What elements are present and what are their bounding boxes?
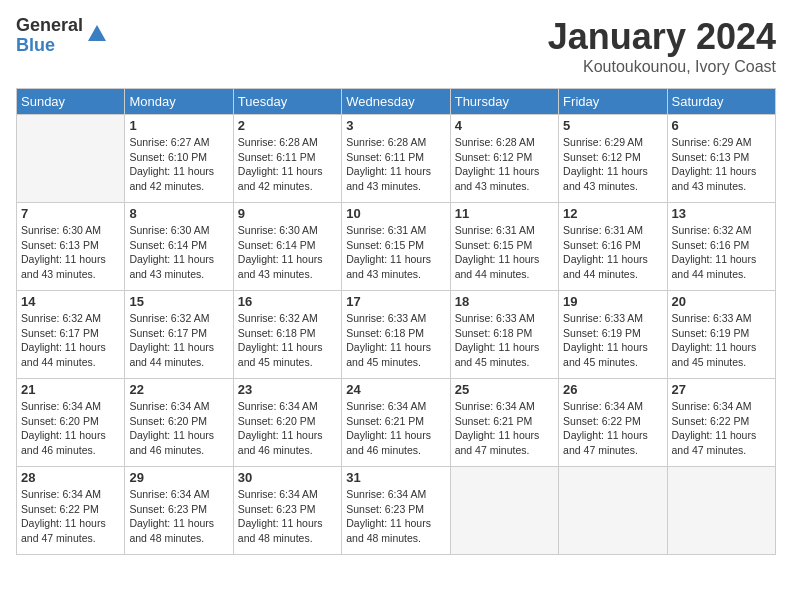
calendar-cell: 3Sunrise: 6:28 AM Sunset: 6:11 PM Daylig… — [342, 115, 450, 203]
day-info: Sunrise: 6:34 AM Sunset: 6:21 PM Dayligh… — [455, 399, 554, 458]
title-block: January 2024 Koutoukounou, Ivory Coast — [548, 16, 776, 76]
page-header: General Blue January 2024 Koutoukounou, … — [16, 16, 776, 76]
day-info: Sunrise: 6:32 AM Sunset: 6:16 PM Dayligh… — [672, 223, 771, 282]
day-number: 15 — [129, 294, 228, 309]
day-number: 26 — [563, 382, 662, 397]
day-number: 8 — [129, 206, 228, 221]
calendar-cell: 19Sunrise: 6:33 AM Sunset: 6:19 PM Dayli… — [559, 291, 667, 379]
day-info: Sunrise: 6:28 AM Sunset: 6:12 PM Dayligh… — [455, 135, 554, 194]
day-number: 18 — [455, 294, 554, 309]
calendar-week-row: 7Sunrise: 6:30 AM Sunset: 6:13 PM Daylig… — [17, 203, 776, 291]
calendar-cell — [450, 467, 558, 555]
weekday-header: Saturday — [667, 89, 775, 115]
day-number: 22 — [129, 382, 228, 397]
day-info: Sunrise: 6:32 AM Sunset: 6:17 PM Dayligh… — [21, 311, 120, 370]
calendar-cell: 26Sunrise: 6:34 AM Sunset: 6:22 PM Dayli… — [559, 379, 667, 467]
day-number: 30 — [238, 470, 337, 485]
day-number: 4 — [455, 118, 554, 133]
day-number: 31 — [346, 470, 445, 485]
day-info: Sunrise: 6:33 AM Sunset: 6:18 PM Dayligh… — [346, 311, 445, 370]
day-info: Sunrise: 6:33 AM Sunset: 6:18 PM Dayligh… — [455, 311, 554, 370]
month-title: January 2024 — [548, 16, 776, 58]
calendar-cell: 24Sunrise: 6:34 AM Sunset: 6:21 PM Dayli… — [342, 379, 450, 467]
logo-icon — [86, 23, 108, 45]
calendar-cell: 28Sunrise: 6:34 AM Sunset: 6:22 PM Dayli… — [17, 467, 125, 555]
calendar-cell: 17Sunrise: 6:33 AM Sunset: 6:18 PM Dayli… — [342, 291, 450, 379]
day-info: Sunrise: 6:34 AM Sunset: 6:20 PM Dayligh… — [129, 399, 228, 458]
calendar-cell: 23Sunrise: 6:34 AM Sunset: 6:20 PM Dayli… — [233, 379, 341, 467]
day-number: 13 — [672, 206, 771, 221]
logo-blue-text: Blue — [16, 36, 83, 56]
day-info: Sunrise: 6:34 AM Sunset: 6:22 PM Dayligh… — [563, 399, 662, 458]
day-number: 21 — [21, 382, 120, 397]
calendar-cell: 16Sunrise: 6:32 AM Sunset: 6:18 PM Dayli… — [233, 291, 341, 379]
calendar-cell: 20Sunrise: 6:33 AM Sunset: 6:19 PM Dayli… — [667, 291, 775, 379]
location-subtitle: Koutoukounou, Ivory Coast — [548, 58, 776, 76]
day-number: 1 — [129, 118, 228, 133]
calendar-cell: 18Sunrise: 6:33 AM Sunset: 6:18 PM Dayli… — [450, 291, 558, 379]
day-number: 29 — [129, 470, 228, 485]
weekday-header: Tuesday — [233, 89, 341, 115]
logo: General Blue — [16, 16, 108, 56]
day-info: Sunrise: 6:31 AM Sunset: 6:16 PM Dayligh… — [563, 223, 662, 282]
day-info: Sunrise: 6:34 AM Sunset: 6:21 PM Dayligh… — [346, 399, 445, 458]
calendar-cell: 30Sunrise: 6:34 AM Sunset: 6:23 PM Dayli… — [233, 467, 341, 555]
weekday-header: Monday — [125, 89, 233, 115]
day-info: Sunrise: 6:33 AM Sunset: 6:19 PM Dayligh… — [672, 311, 771, 370]
day-info: Sunrise: 6:29 AM Sunset: 6:12 PM Dayligh… — [563, 135, 662, 194]
calendar-cell: 4Sunrise: 6:28 AM Sunset: 6:12 PM Daylig… — [450, 115, 558, 203]
calendar-cell: 22Sunrise: 6:34 AM Sunset: 6:20 PM Dayli… — [125, 379, 233, 467]
calendar-cell — [17, 115, 125, 203]
calendar-cell: 15Sunrise: 6:32 AM Sunset: 6:17 PM Dayli… — [125, 291, 233, 379]
day-number: 10 — [346, 206, 445, 221]
calendar-cell: 27Sunrise: 6:34 AM Sunset: 6:22 PM Dayli… — [667, 379, 775, 467]
day-number: 14 — [21, 294, 120, 309]
day-number: 11 — [455, 206, 554, 221]
calendar-cell: 1Sunrise: 6:27 AM Sunset: 6:10 PM Daylig… — [125, 115, 233, 203]
weekday-header: Thursday — [450, 89, 558, 115]
calendar-header-row: SundayMondayTuesdayWednesdayThursdayFrid… — [17, 89, 776, 115]
calendar-cell: 11Sunrise: 6:31 AM Sunset: 6:15 PM Dayli… — [450, 203, 558, 291]
calendar-cell: 10Sunrise: 6:31 AM Sunset: 6:15 PM Dayli… — [342, 203, 450, 291]
day-number: 16 — [238, 294, 337, 309]
calendar-cell: 29Sunrise: 6:34 AM Sunset: 6:23 PM Dayli… — [125, 467, 233, 555]
day-number: 7 — [21, 206, 120, 221]
logo-general-text: General — [16, 16, 83, 36]
calendar-cell: 6Sunrise: 6:29 AM Sunset: 6:13 PM Daylig… — [667, 115, 775, 203]
calendar-week-row: 28Sunrise: 6:34 AM Sunset: 6:22 PM Dayli… — [17, 467, 776, 555]
day-info: Sunrise: 6:30 AM Sunset: 6:14 PM Dayligh… — [238, 223, 337, 282]
calendar-cell: 13Sunrise: 6:32 AM Sunset: 6:16 PM Dayli… — [667, 203, 775, 291]
day-info: Sunrise: 6:34 AM Sunset: 6:23 PM Dayligh… — [238, 487, 337, 546]
day-info: Sunrise: 6:34 AM Sunset: 6:22 PM Dayligh… — [21, 487, 120, 546]
calendar-cell — [559, 467, 667, 555]
calendar-cell: 5Sunrise: 6:29 AM Sunset: 6:12 PM Daylig… — [559, 115, 667, 203]
weekday-header: Friday — [559, 89, 667, 115]
day-number: 24 — [346, 382, 445, 397]
calendar-week-row: 21Sunrise: 6:34 AM Sunset: 6:20 PM Dayli… — [17, 379, 776, 467]
day-number: 17 — [346, 294, 445, 309]
calendar-cell: 12Sunrise: 6:31 AM Sunset: 6:16 PM Dayli… — [559, 203, 667, 291]
calendar-week-row: 1Sunrise: 6:27 AM Sunset: 6:10 PM Daylig… — [17, 115, 776, 203]
day-info: Sunrise: 6:34 AM Sunset: 6:23 PM Dayligh… — [346, 487, 445, 546]
day-number: 5 — [563, 118, 662, 133]
day-info: Sunrise: 6:28 AM Sunset: 6:11 PM Dayligh… — [346, 135, 445, 194]
calendar-cell: 14Sunrise: 6:32 AM Sunset: 6:17 PM Dayli… — [17, 291, 125, 379]
calendar-cell: 21Sunrise: 6:34 AM Sunset: 6:20 PM Dayli… — [17, 379, 125, 467]
calendar-cell: 7Sunrise: 6:30 AM Sunset: 6:13 PM Daylig… — [17, 203, 125, 291]
day-number: 20 — [672, 294, 771, 309]
day-info: Sunrise: 6:34 AM Sunset: 6:20 PM Dayligh… — [238, 399, 337, 458]
day-info: Sunrise: 6:27 AM Sunset: 6:10 PM Dayligh… — [129, 135, 228, 194]
day-number: 23 — [238, 382, 337, 397]
day-number: 6 — [672, 118, 771, 133]
day-number: 28 — [21, 470, 120, 485]
day-number: 19 — [563, 294, 662, 309]
calendar-cell: 25Sunrise: 6:34 AM Sunset: 6:21 PM Dayli… — [450, 379, 558, 467]
day-info: Sunrise: 6:34 AM Sunset: 6:20 PM Dayligh… — [21, 399, 120, 458]
day-info: Sunrise: 6:34 AM Sunset: 6:23 PM Dayligh… — [129, 487, 228, 546]
weekday-header: Sunday — [17, 89, 125, 115]
day-number: 25 — [455, 382, 554, 397]
day-number: 3 — [346, 118, 445, 133]
calendar-cell: 2Sunrise: 6:28 AM Sunset: 6:11 PM Daylig… — [233, 115, 341, 203]
day-number: 27 — [672, 382, 771, 397]
calendar-cell — [667, 467, 775, 555]
